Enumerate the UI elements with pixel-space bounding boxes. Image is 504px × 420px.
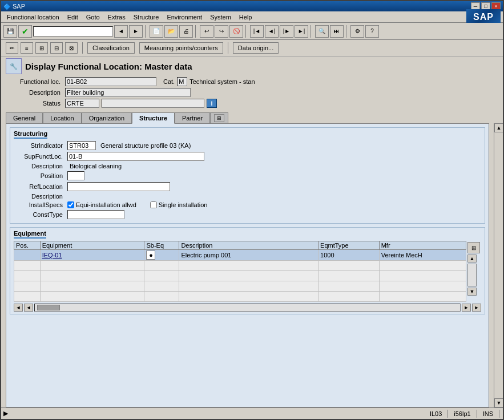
- position-input[interactable]: [67, 171, 84, 180]
- tree-icon-btn[interactable]: ⊟: [50, 42, 63, 54]
- equi-installation-checkbox[interactable]: Equi-installation allwd: [67, 201, 136, 208]
- status-server: i56lp1: [454, 410, 470, 417]
- menu-extras[interactable]: Extras: [104, 13, 129, 22]
- equipment-table: Pos. Equipment Sb-Eq Description EqmtTyp…: [14, 241, 466, 302]
- tab-general[interactable]: General: [6, 112, 43, 124]
- list-icon-btn[interactable]: ≡: [21, 42, 33, 54]
- cat-input[interactable]: [177, 77, 187, 86]
- install-specs-label: InstallSpecs: [14, 201, 65, 208]
- back-btn[interactable]: ↩: [200, 25, 213, 38]
- hscroll-right-btn[interactable]: ►: [472, 304, 481, 312]
- tab-location[interactable]: Location: [43, 112, 82, 124]
- structuring-section-title: Structuring: [14, 130, 47, 139]
- find-next-btn[interactable]: ⏭: [330, 25, 344, 38]
- expand-icon-btn[interactable]: ⊠: [65, 42, 78, 54]
- vscroll-up-btn[interactable]: ▲: [494, 123, 503, 132]
- edit-icon-btn[interactable]: ✏: [6, 42, 18, 54]
- structuring-description-value: Biological cleaning: [67, 163, 122, 169]
- status-program: IL03: [430, 410, 442, 417]
- vscroll-track[interactable]: [494, 132, 503, 398]
- open-btn[interactable]: 📂: [164, 25, 178, 38]
- cell-equipment: IEQ-01: [40, 250, 144, 261]
- menu-help[interactable]: Help: [236, 13, 256, 22]
- equip-zoom-btn[interactable]: ⊞: [467, 242, 480, 253]
- col-sb-eq: Sb-Eq: [144, 241, 179, 250]
- measuring-points-btn[interactable]: Measuring points/counters: [139, 42, 223, 54]
- cell-sb-eq: ●: [144, 250, 179, 261]
- ref-location-input[interactable]: [67, 182, 170, 191]
- first-page-btn[interactable]: |◄: [250, 25, 264, 38]
- hscroll-prev-btn[interactable]: ◄: [24, 304, 33, 312]
- exit-btn[interactable]: ↪: [215, 25, 228, 38]
- single-installation-checkbox[interactable]: Single installation: [150, 201, 208, 208]
- info-icon-btn[interactable]: i: [207, 99, 217, 108]
- classification-btn[interactable]: Classification: [87, 42, 135, 54]
- table-row[interactable]: [14, 292, 466, 302]
- menu-bar: Functional location Edit Goto Extras Str…: [1, 11, 503, 23]
- hscroll-thumb[interactable]: [37, 305, 60, 310]
- col-eqmt-type: EqmtType: [318, 241, 380, 250]
- tab-structure[interactable]: Structure: [132, 112, 175, 124]
- table-row[interactable]: [14, 281, 466, 292]
- equip-scroll-down-btn[interactable]: ▼: [467, 288, 477, 296]
- tab-organization[interactable]: Organization: [82, 112, 132, 124]
- single-install-check[interactable]: [150, 201, 157, 208]
- prev-btn[interactable]: ◄: [114, 25, 128, 38]
- status-mode: INS: [483, 410, 493, 417]
- menu-system[interactable]: System: [207, 13, 235, 22]
- const-type-input[interactable]: [67, 210, 124, 219]
- app-icon: 🔷: [3, 3, 10, 10]
- menu-structure[interactable]: Structure: [130, 13, 163, 22]
- str-indicator-desc: General structure profile 03 (KA): [98, 142, 191, 149]
- description-input[interactable]: [65, 88, 191, 97]
- equi-install-check[interactable]: [67, 201, 74, 208]
- print-btn[interactable]: 🖨: [179, 25, 193, 38]
- last-page-btn[interactable]: ►|: [295, 25, 308, 38]
- settings-btn[interactable]: ⚙: [350, 25, 364, 38]
- save-btn[interactable]: 💾: [3, 25, 17, 38]
- str-indicator-input[interactable]: [67, 141, 96, 150]
- toolbar-1: 💾 ✔ ◄ ► 📄 📂 🖨 ↩ ↪ 🚫 |◄ ◄| |► ►| 🔍 ⏭ ⚙ ?: [1, 23, 503, 40]
- table-row[interactable]: IEQ-01 ● Electric pump 001 1000 Vereinte…: [14, 250, 466, 261]
- sup-funct-loc-label: SupFunctLoc.: [14, 153, 65, 160]
- equip-vscroll-track[interactable]: [467, 264, 477, 286]
- cell-pos: [14, 250, 41, 261]
- next-page-btn[interactable]: |►: [280, 25, 293, 38]
- menu-goto[interactable]: Goto: [83, 13, 103, 22]
- new-btn[interactable]: 📄: [150, 25, 163, 38]
- col-mfr: Mfr: [379, 241, 466, 250]
- table-row[interactable]: [14, 271, 466, 281]
- vscroll-down-btn[interactable]: ▼: [494, 398, 503, 407]
- tab-icon[interactable]: ⊞: [210, 112, 228, 124]
- const-type-label: ConstType: [14, 211, 65, 218]
- hscroll-left-btn[interactable]: ◄: [14, 304, 23, 312]
- col-pos: Pos.: [14, 241, 41, 250]
- hscroll-next-btn[interactable]: ►: [462, 304, 471, 312]
- menu-environment[interactable]: Environment: [163, 13, 205, 22]
- page-title: Display Functional Location: Master data: [25, 62, 192, 71]
- command-input[interactable]: [33, 26, 113, 37]
- title-text: SAP: [13, 3, 25, 10]
- status-input[interactable]: [65, 99, 99, 108]
- find-btn[interactable]: 🔍: [315, 25, 329, 38]
- cancel-btn[interactable]: 🚫: [229, 25, 243, 38]
- help-btn[interactable]: ?: [365, 25, 379, 38]
- menu-functional-location[interactable]: Functional location: [3, 13, 63, 22]
- ref-location-label: RefLocation: [14, 183, 65, 190]
- details-icon-btn[interactable]: ⊞: [35, 42, 48, 54]
- next-btn[interactable]: ►: [129, 25, 143, 38]
- hscroll-track[interactable]: [34, 304, 461, 312]
- menu-edit[interactable]: Edit: [64, 13, 82, 22]
- check-btn[interactable]: ✔: [18, 25, 32, 38]
- description-label: Description: [6, 89, 63, 96]
- tab-partner[interactable]: Partner: [175, 112, 210, 124]
- functional-loc-input[interactable]: [65, 77, 156, 86]
- equi-install-text: Equi-installation allwd: [76, 201, 136, 208]
- str-indicator-label: StrIndicator: [14, 142, 65, 149]
- data-origin-btn[interactable]: Data origin...: [233, 42, 279, 54]
- equip-scroll-up-btn[interactable]: ▲: [467, 255, 477, 262]
- status-desc-input[interactable]: [102, 99, 204, 108]
- table-row[interactable]: [14, 261, 466, 271]
- sup-funct-loc-input[interactable]: [67, 152, 204, 161]
- prev-page-btn[interactable]: ◄|: [265, 25, 279, 38]
